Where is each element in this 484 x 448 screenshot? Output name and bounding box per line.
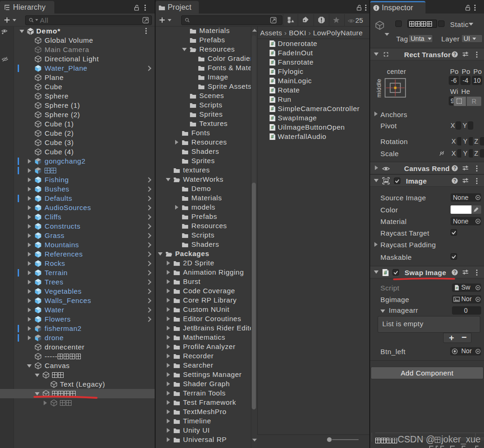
svg-text:#: # <box>271 50 274 56</box>
svg-text:#: # <box>271 69 274 74</box>
svg-text:#: # <box>271 134 274 139</box>
svg-text:?: ? <box>453 270 456 275</box>
svg-text:#: # <box>271 41 274 46</box>
svg-text:?: ? <box>453 52 456 57</box>
svg-text:#: # <box>271 97 274 102</box>
svg-text:#: # <box>384 270 387 276</box>
svg-text:#: # <box>271 115 274 121</box>
svg-text:#: # <box>271 125 274 130</box>
svg-text:#: # <box>271 59 274 65</box>
svg-text:?: ? <box>453 178 456 184</box>
svg-text:#: # <box>271 78 274 84</box>
svg-text:?: ? <box>453 166 456 171</box>
svg-text:#: # <box>456 286 458 290</box>
svg-text:#: # <box>271 87 274 93</box>
svg-text:#: # <box>271 106 274 112</box>
